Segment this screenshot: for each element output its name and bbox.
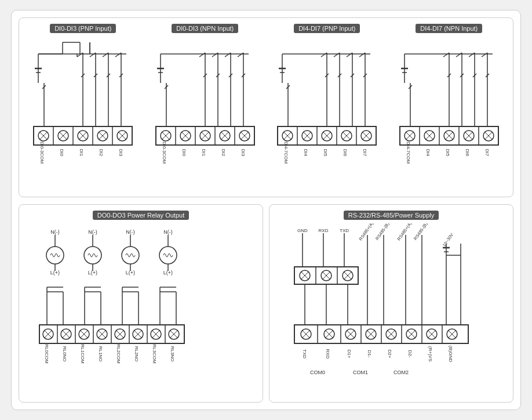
di4-di7-npn-block: DI4-DI7 (NPN Input): [391, 24, 508, 191]
main-container: DI0-DI3 (PNP Input): [11, 10, 521, 410]
svg-line-155: [456, 53, 462, 57]
di4-di7-pnp-title: DI4-DI7 (PNP Input): [294, 24, 360, 33]
svg-text:COM1: COM1: [353, 370, 368, 375]
svg-text:RS485-(B): RS485-(B): [413, 223, 429, 241]
svg-text:10~30V: 10~30V: [442, 232, 454, 248]
svg-text:DI1: DI1: [79, 149, 84, 157]
svg-text:DI2: DI2: [221, 149, 226, 157]
rs-power-block: RS-232/RS-485/Power Supply GND RXD TXD R…: [269, 204, 513, 403]
svg-line-65: [238, 53, 243, 57]
svg-text:RL1COM: RL1COM: [80, 344, 85, 364]
svg-text:DI4-7COM: DI4-7COM: [283, 142, 289, 164]
svg-text:RS485-(B): RS485-(B): [374, 223, 391, 241]
svg-text:DI0: DI0: [59, 149, 64, 157]
di0-di3-pnp-block: DI0-DI3 (PNP Input): [25, 24, 141, 191]
svg-text:N(-): N(-): [88, 229, 97, 235]
svg-text:TXD: TXD: [302, 349, 307, 359]
svg-text:RXD: RXD: [319, 228, 329, 233]
svg-line-63: [225, 53, 231, 57]
svg-text:D2+: D2+: [387, 350, 392, 359]
svg-text:DI5: DI5: [323, 149, 328, 157]
di0-di3-pnp-title: DI0-DI3 (PNP Input): [50, 24, 116, 33]
svg-text:RL2NO: RL2NO: [134, 346, 139, 362]
di4-di7-npn-svg: DI4-7COM DI4 DI5 DI6 DI7: [394, 37, 504, 176]
svg-text:D1+: D1+: [347, 350, 352, 359]
do-relay-svg: N(-) L(+) N(-) L(+): [37, 223, 245, 394]
svg-text:COM0: COM0: [310, 370, 325, 375]
svg-text:DI1: DI1: [201, 149, 206, 157]
di0-di3-npn-block: DI0-DI3 (NPN Input): [147, 24, 264, 191]
svg-text:DI7: DI7: [484, 149, 490, 157]
svg-text:RL1NO: RL1NO: [98, 346, 103, 362]
svg-text:DI0: DI0: [181, 149, 187, 157]
svg-line-15: [103, 53, 108, 57]
rs-power-title: RS-232/RS-485/Power Supply: [344, 211, 439, 220]
svg-text:DI0-3COM: DI0-3COM: [39, 142, 45, 164]
svg-text:RL3COM: RL3COM: [152, 344, 157, 364]
svg-line-59: [199, 53, 205, 57]
svg-line-61: [212, 53, 218, 57]
svg-text:RL2COM: RL2COM: [116, 344, 121, 364]
svg-text:N(-): N(-): [163, 229, 173, 235]
svg-text:COM2: COM2: [393, 370, 409, 375]
svg-text:DI3: DI3: [241, 149, 246, 157]
top-section: DI0-DI3 (PNP Input): [19, 17, 513, 197]
svg-text:RXD: RXD: [325, 349, 330, 359]
svg-text:D1-: D1-: [367, 350, 372, 358]
di4-di7-npn-title: DI4-DI7 (NPN Input): [416, 24, 482, 33]
svg-text:DI4: DI4: [303, 149, 308, 157]
do-relay-block: DO0-DO3 Power Relay Output N(-) L(+): [19, 204, 263, 403]
svg-text:DI2: DI2: [99, 149, 104, 157]
svg-line-159: [482, 53, 487, 57]
svg-text:N(-): N(-): [50, 229, 60, 235]
di4-di7-pnp-svg: DI4-7COM DI4 DI5 DI6 DI7: [272, 37, 382, 176]
svg-text:RL0NO: RL0NO: [62, 346, 67, 362]
svg-line-108: [334, 53, 340, 57]
di0-di3-npn-svg: DI0-3COM DI0 DI1 DI2 DI3: [150, 37, 260, 176]
svg-text:DI4-7COM: DI4-7COM: [406, 142, 411, 164]
bottom-section: DO0-DO3 Power Relay Output N(-) L(+): [19, 204, 513, 403]
svg-line-106: [321, 53, 327, 57]
svg-text:DI5: DI5: [445, 149, 450, 157]
svg-line-110: [347, 53, 352, 57]
svg-text:DI6: DI6: [342, 149, 348, 157]
svg-text:DI6: DI6: [465, 149, 470, 157]
svg-line-153: [443, 53, 449, 57]
svg-text:DI0-3COM: DI0-3COM: [162, 142, 167, 164]
di0-di3-pnp-svg: DI0-3COM DI0 DI1 DI2 DI3: [28, 37, 138, 176]
svg-text:(R+)VS: (R+)VS: [428, 346, 433, 361]
svg-line-157: [469, 53, 475, 57]
di4-di7-pnp-block: DI4-DI7 (PNP Input): [269, 24, 385, 191]
svg-text:N(-): N(-): [126, 229, 135, 235]
svg-line-17: [115, 53, 121, 57]
svg-text:DI3: DI3: [118, 149, 123, 157]
svg-text:RL0COM: RL0COM: [44, 344, 49, 364]
svg-text:TXD: TXD: [340, 228, 349, 233]
svg-text:DI7: DI7: [362, 149, 367, 157]
svg-text:DI4: DI4: [425, 149, 431, 157]
svg-text:RS485+(A): RS485+(A): [396, 223, 413, 241]
do-relay-title: DO0-DO3 Power Relay Output: [93, 211, 189, 220]
svg-text:RS485+(A): RS485+(A): [358, 223, 375, 241]
svg-text:GND: GND: [297, 228, 308, 233]
svg-text:RL3NO: RL3NO: [170, 346, 175, 362]
svg-text:D2-: D2-: [407, 350, 413, 358]
svg-line-13: [90, 53, 96, 57]
rs-power-svg: GND RXD TXD RS485+(A) RS485-(B) RS485+(A…: [290, 223, 493, 394]
di0-di3-npn-title: DI0-DI3 (NPN Input): [172, 24, 238, 33]
svg-line-112: [359, 53, 365, 57]
svg-text:(B)GND: (B)GND: [448, 346, 453, 363]
